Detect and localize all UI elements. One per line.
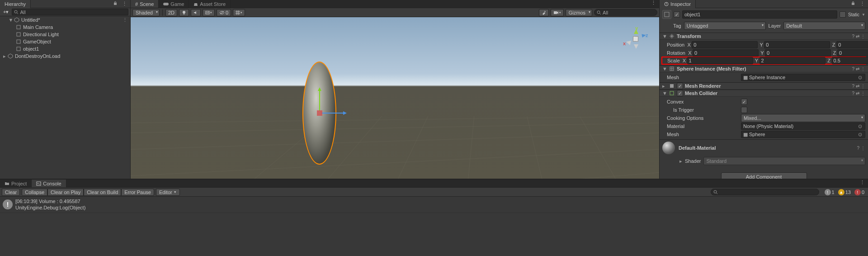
tab-console[interactable]: Console [32,180,66,187]
is-trigger-checkbox[interactable] [741,107,747,113]
position-x-input[interactable] [692,41,758,48]
lock-icon[interactable] [849,1,857,7]
preset-icon[interactable]: ⇄ [856,91,859,96]
object-picker-icon[interactable]: ⊙ [857,123,863,129]
gizmos-dropdown[interactable]: Gizmos [566,9,592,16]
2d-toggle-button[interactable]: 2D [165,9,177,16]
hierarchy-search-input[interactable]: All [12,9,128,15]
tree-item-directional-light[interactable]: Directional Light [0,31,130,38]
help-icon[interactable]: ? [852,91,854,96]
gizmo-center[interactable] [317,110,322,116]
selected-object-ellipsoid[interactable] [302,62,336,165]
fx-toggle-button[interactable]: ▾ [203,9,215,16]
static-checkbox[interactable] [840,11,846,18]
scale-y-input[interactable] [760,57,826,64]
gizmo-y-axis[interactable] [319,88,320,111]
orientation-gizmo[interactable]: y z x [619,23,651,54]
object-picker-icon[interactable]: ⊙ [857,132,863,137]
context-menu-icon[interactable]: ⋮ [861,146,865,151]
preset-icon[interactable]: ⇄ [856,34,859,39]
foldout-open-icon[interactable]: ▼ [8,17,14,23]
tab-scene[interactable]: # Scene [131,0,159,8]
context-menu-icon[interactable]: ⋮ [861,34,865,39]
tree-item-gameobject[interactable]: GameObject [0,38,130,45]
help-icon[interactable]: ? [852,66,854,71]
convex-checkbox[interactable] [741,99,747,105]
cooking-options-dropdown[interactable]: Mixed... [741,114,865,122]
clear-on-build-button[interactable]: Clear on Build [84,189,121,196]
preset-icon[interactable]: ⇄ [856,84,859,89]
clear-button[interactable]: Clear [2,189,20,196]
mesh-collider-component-header[interactable]: ▼ Mesh Collider ? ⇄ ⋮ [660,90,868,97]
console-search-input[interactable] [711,189,819,195]
mesh-renderer-component-header[interactable]: ▸ Mesh Renderer ? ⇄ ⋮ [660,82,868,90]
context-menu-icon[interactable]: ⋮ [861,91,865,96]
mesh-object-field[interactable]: ▦Sphere Instance ⊙ [741,74,865,81]
grid-toggle-button[interactable]: ▾ [233,9,245,16]
physic-material-field[interactable]: None (Physic Material) ⊙ [741,123,865,130]
tag-dropdown[interactable]: Untagged [684,22,766,30]
context-menu-icon[interactable]: ⋮ [121,1,128,7]
tree-item-dontdestroy[interactable]: ▸ DontDestroyOnLoad [0,52,130,60]
mesh-filter-component-header[interactable]: ▼ Sphere Instance (Mesh Filter) ? ⇄ ⋮ [660,65,868,72]
error-counter[interactable]: ! 0 [853,189,866,195]
hierarchy-tab[interactable]: Hierarchy [0,0,31,8]
tools-button[interactable] [539,9,549,16]
context-menu-icon[interactable]: ⋮ [861,66,865,71]
position-z-input[interactable] [836,41,868,48]
object-picker-icon[interactable]: ⊙ [857,75,863,81]
scale-x-input[interactable] [687,57,753,64]
rotation-z-input[interactable] [837,49,868,57]
scene-viewport[interactable]: y z x [131,17,659,179]
editor-dropdown[interactable]: Editor▼ [156,189,180,196]
tab-asset-store[interactable]: Asset Store [189,0,231,8]
foldout-open-icon[interactable]: ▼ [662,33,667,39]
scene-root-item[interactable]: ▼ Untitled* ⋮ [0,16,130,24]
rotation-y-input[interactable] [765,49,831,57]
lock-icon[interactable] [112,1,119,7]
scene-search-input[interactable]: All [594,9,657,16]
console-log-area[interactable]: ! [06:10:39] Volume : 0.495587 UnityEngi… [0,197,868,256]
mesh-renderer-enable-checkbox[interactable] [677,83,683,89]
active-checkbox[interactable] [674,11,680,18]
context-menu-icon[interactable]: ⋮ [859,180,866,187]
rotation-x-input[interactable] [693,49,759,57]
context-menu-icon[interactable]: ⋮ [123,17,127,23]
tab-project[interactable]: Project [0,180,32,187]
tree-item-main-camera[interactable]: Main Camera [0,24,130,31]
audio-toggle-button[interactable] [191,9,201,16]
foldout-closed-icon[interactable]: ▸ [679,158,682,164]
help-icon[interactable]: ? [857,146,859,151]
context-menu-icon[interactable]: ⋮ [859,1,866,7]
clear-on-play-button[interactable]: Clear on Play [47,189,84,196]
shading-mode-dropdown[interactable]: Shaded [132,9,160,16]
scale-z-input[interactable] [832,57,868,64]
info-counter[interactable]: ! 1 [823,189,836,195]
material-header[interactable]: Default-Material ? ⋮ [660,139,868,156]
foldout-open-icon[interactable]: ▼ [662,66,667,71]
position-y-input[interactable] [764,41,830,48]
foldout-closed-icon[interactable]: ▸ [662,83,667,89]
collider-mesh-field[interactable]: ▦Sphere ⊙ [741,131,865,138]
help-icon[interactable]: ? [852,34,854,39]
foldout-open-icon[interactable]: ▼ [662,90,667,96]
camera-settings-button[interactable]: ▾ [551,9,564,16]
collapse-button[interactable]: Collapse [22,189,47,196]
context-menu-icon[interactable]: ⋮ [861,84,865,89]
tree-item-object1[interactable]: object1 [0,45,130,52]
preset-icon[interactable]: ⇄ [856,66,859,71]
tab-game[interactable]: Game [159,0,189,8]
gameobject-icon[interactable] [662,10,671,19]
warning-counter[interactable]: ▲ 13 [836,189,853,195]
foldout-closed-icon[interactable]: ▸ [2,53,7,59]
object-name-input[interactable] [682,10,837,19]
log-entry[interactable]: ! [06:10:39] Volume : 0.495587 UnityEngi… [0,197,868,213]
axis-cone-neg-y[interactable] [634,44,638,51]
context-menu-icon[interactable]: ⋮ [650,0,657,8]
inspector-tab[interactable]: Inspector [660,0,696,8]
help-icon[interactable]: ? [852,84,854,89]
axis-gizmo-cube[interactable] [633,36,638,42]
static-dropdown-icon[interactable]: ▼ [862,13,865,17]
create-dropdown[interactable]: +▾ [2,9,10,15]
mesh-collider-enable-checkbox[interactable] [677,90,683,96]
